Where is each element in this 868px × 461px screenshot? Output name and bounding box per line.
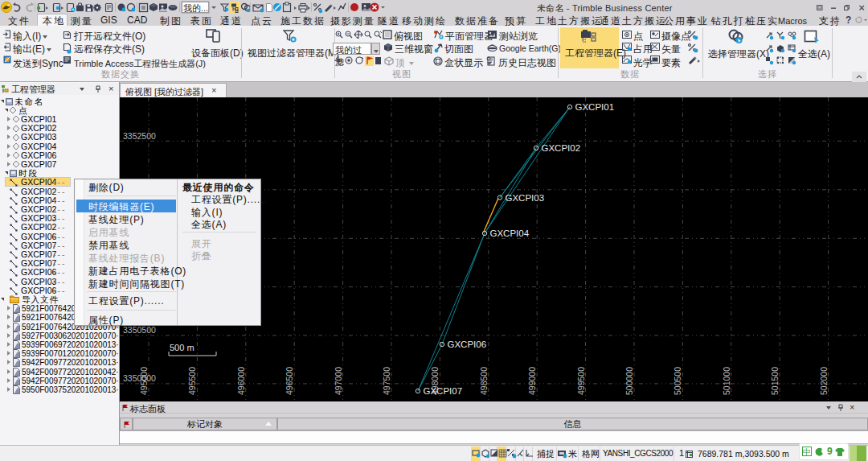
svg-text:499500: 499500 [576, 367, 586, 395]
svg-text:GXCPI07: GXCPI07 [424, 386, 463, 396]
svg-text:497500: 497500 [382, 367, 391, 395]
svg-text:500 m: 500 m [170, 343, 194, 352]
svg-text:496500: 496500 [285, 367, 294, 395]
svg-text:495500: 495500 [187, 367, 197, 395]
svg-text:502000: 502000 [819, 367, 829, 395]
svg-text:GXCPI02: GXCPI02 [542, 143, 581, 153]
svg-text:501500: 501500 [770, 367, 780, 395]
svg-text:495000: 495000 [139, 367, 149, 395]
svg-text:498500: 498500 [479, 367, 489, 395]
svg-text:GXCPI04: GXCPI04 [490, 228, 530, 238]
svg-text:500000: 500000 [624, 367, 634, 395]
svg-text:GXCPI01: GXCPI01 [575, 102, 615, 112]
svg-text:496000: 496000 [236, 367, 246, 395]
svg-text:3350500: 3350500 [123, 325, 156, 335]
svg-text:497000: 497000 [334, 367, 343, 395]
svg-text:501000: 501000 [722, 367, 731, 395]
svg-text:GXCPI03: GXCPI03 [506, 193, 545, 203]
svg-text:499000: 499000 [527, 367, 537, 395]
svg-text:GXCPI06: GXCPI06 [448, 340, 487, 349]
svg-text:500500: 500500 [673, 367, 682, 395]
svg-text:3352500: 3352500 [123, 131, 156, 141]
